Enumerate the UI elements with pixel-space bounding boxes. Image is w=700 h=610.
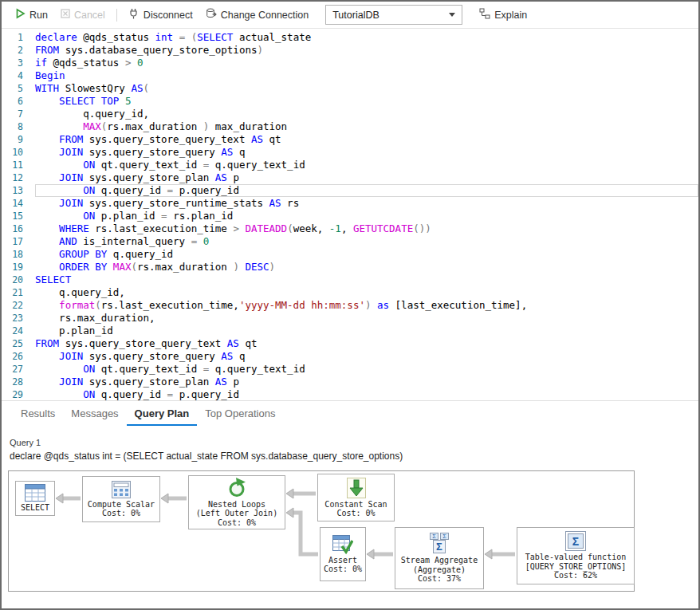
line-number: 4 bbox=[2, 69, 35, 82]
line-number: 11 bbox=[2, 159, 35, 171]
explain-button[interactable]: Explain bbox=[474, 5, 533, 25]
line-number: 1 bbox=[2, 31, 35, 44]
line-number: 20 bbox=[2, 274, 35, 286]
code-text: GROUP BY q.query_id bbox=[35, 248, 698, 261]
line-number: 21 bbox=[2, 286, 35, 299]
nested-loops-icon bbox=[226, 478, 247, 498]
code-line[interactable]: 7 q.query_id, bbox=[2, 108, 698, 120]
database-dropdown[interactable]: TutorialDB bbox=[325, 5, 462, 25]
tab-results[interactable]: Results bbox=[13, 401, 63, 426]
code-line[interactable]: 5WITH SlowestQry AS( bbox=[2, 82, 698, 95]
code-line[interactable]: 9 FROM sys.query_store_query_text AS qt bbox=[2, 133, 698, 146]
plan-node-label: Stream Aggregate bbox=[401, 556, 478, 565]
query-toolbar: Run Cancel Disconnect Change Connection … bbox=[2, 2, 698, 29]
plan-node-table-valued-function[interactable]: ΣTable-valued function[QUERY_STORE_OPTIO… bbox=[517, 527, 635, 584]
plan-header: Query 1 declare @qds_status int = (SELEC… bbox=[2, 426, 698, 462]
code-line[interactable]: 19 ORDER BY MAX(rs.max_duration ) DESC) bbox=[2, 261, 698, 274]
code-line[interactable]: 4Begin bbox=[2, 69, 698, 82]
plan-node-label: Nested Loops bbox=[208, 500, 265, 510]
line-number: 9 bbox=[2, 133, 35, 146]
code-text: FROM sys.query_store_query_text AS qt bbox=[35, 133, 698, 146]
code-line[interactable]: 2FROM sys.database_query_store_options) bbox=[2, 44, 698, 57]
code-text: p.plan_id bbox=[35, 325, 698, 337]
code-text: FROM sys.query_store_query_text AS qt bbox=[35, 337, 698, 350]
disconnect-button[interactable]: Disconnect bbox=[123, 5, 199, 25]
line-number: 16 bbox=[2, 222, 35, 235]
tab-top-operations[interactable]: Top Operations bbox=[197, 401, 283, 426]
plan-query-text: declare @qds_status int = (SELECT actual… bbox=[10, 451, 698, 462]
line-number: 2 bbox=[2, 44, 35, 57]
cancel-button[interactable]: Cancel bbox=[55, 6, 111, 24]
code-text: ON qt.query_text_id = q.query_text_id bbox=[35, 159, 698, 171]
code-line[interactable]: 27 ON qt.query_text_id = q.query_text_id bbox=[2, 363, 698, 376]
plan-node-label: Compute Scalar bbox=[88, 500, 155, 510]
code-line[interactable]: 18 GROUP BY q.query_id bbox=[2, 248, 698, 261]
change-connection-button[interactable]: Change Connection bbox=[200, 5, 315, 25]
plan-node-stream-aggregate[interactable]: ΣΣΣStream Aggregate(Aggregate)Cost: 37% bbox=[395, 527, 484, 589]
line-number: 17 bbox=[2, 235, 35, 248]
line-number: 15 bbox=[2, 210, 35, 222]
line-number: 19 bbox=[2, 261, 35, 274]
line-number: 28 bbox=[2, 376, 35, 388]
code-line[interactable]: 17 AND is_internal_query = 0 bbox=[2, 235, 698, 248]
code-line[interactable]: 11 ON qt.query_text_id = q.query_text_id bbox=[2, 159, 698, 171]
code-line[interactable]: 6 SELECT TOP 5 bbox=[2, 95, 698, 108]
tab-messages[interactable]: Messages bbox=[63, 401, 126, 426]
code-text: MAX(rs.max_duration ) max_duration bbox=[35, 120, 698, 133]
line-number: 13 bbox=[2, 184, 35, 197]
plan-query-label: Query 1 bbox=[10, 438, 698, 447]
code-line[interactable]: 14 JOIN sys.query_store_runtime_stats AS… bbox=[2, 197, 698, 210]
database-dropdown-value: TutorialDB bbox=[332, 10, 449, 21]
code-text: rs.max_duration, bbox=[35, 312, 698, 325]
plan-node-label: Cost: 0% bbox=[324, 565, 362, 574]
code-text: ORDER BY MAX(rs.max_duration ) DESC) bbox=[35, 261, 698, 274]
code-line[interactable]: 25FROM sys.query_store_query_text AS qt bbox=[2, 337, 698, 350]
code-line[interactable]: 29 ON q.query_id = p.query_id bbox=[2, 388, 698, 400]
plan-node-label: (Aggregate) bbox=[413, 565, 466, 575]
plan-node-constant-scan[interactable]: Constant ScanCost: 0% bbox=[317, 474, 395, 521]
code-line[interactable]: 15 ON p.plan_id = rs.plan_id bbox=[2, 210, 698, 222]
code-line[interactable]: 22 format(rs.last_execution_time,'yyyy-M… bbox=[2, 299, 698, 312]
code-line[interactable]: 8 MAX(rs.max_duration ) max_duration bbox=[2, 120, 698, 133]
svg-text:Σ: Σ bbox=[442, 533, 446, 540]
code-line[interactable]: 16 WHERE rs.last_execution_time > DATEAD… bbox=[2, 222, 698, 235]
sql-editor[interactable]: 1declare @qds_status int = (SELECT actua… bbox=[2, 29, 698, 400]
tvf-icon: Σ bbox=[565, 531, 586, 551]
code-text: q.query_id, bbox=[35, 108, 698, 120]
code-line[interactable]: 21 q.query_id, bbox=[2, 286, 698, 299]
plan-node-compute-scalar[interactable]: Compute ScalarCost: 0% bbox=[82, 476, 160, 522]
code-line[interactable]: 20SELECT bbox=[2, 274, 698, 286]
app-window: Run Cancel Disconnect Change Connection … bbox=[0, 0, 700, 610]
plan-node-label: Cost: 0% bbox=[336, 509, 375, 518]
svg-text:Σ: Σ bbox=[432, 533, 436, 540]
code-line[interactable]: 12 JOIN sys.query_store_plan AS p bbox=[2, 171, 698, 184]
code-text: q.query_id, bbox=[35, 286, 698, 299]
editor-lines: 1declare @qds_status int = (SELECT actua… bbox=[2, 31, 698, 400]
plan-node-nested-loops[interactable]: Nested Loops(Left Outer Join)Cost: 0% bbox=[188, 475, 285, 529]
code-line[interactable]: 24 p.plan_id bbox=[2, 325, 698, 337]
code-line[interactable]: 13 ON q.query_id = p.query_id bbox=[2, 184, 698, 197]
code-text: SELECT bbox=[35, 274, 698, 286]
code-line[interactable]: 26 JOIN sys.query_store_query AS q bbox=[2, 350, 698, 363]
compute-scalar-icon bbox=[112, 481, 131, 498]
code-line[interactable]: 23 rs.max_duration, bbox=[2, 312, 698, 325]
line-number: 18 bbox=[2, 248, 35, 261]
line-number: 23 bbox=[2, 312, 35, 325]
plan-node-label: SELECT bbox=[21, 503, 49, 513]
plan-node-label: Cost: 0% bbox=[102, 509, 140, 518]
run-button[interactable]: Run bbox=[10, 5, 53, 25]
code-text: ON q.query_id = p.query_id bbox=[35, 388, 698, 400]
code-line[interactable]: 1declare @qds_status int = (SELECT actua… bbox=[2, 31, 698, 44]
code-line[interactable]: 10 JOIN sys.query_store_query AS q bbox=[2, 146, 698, 159]
code-line[interactable]: 3if @qds_status > 0 bbox=[2, 57, 698, 69]
svg-text:Σ: Σ bbox=[436, 541, 442, 553]
toolbar-divider bbox=[116, 9, 117, 22]
plan-node-select[interactable]: SELECT bbox=[15, 481, 55, 516]
code-text: FROM sys.database_query_store_options) bbox=[35, 44, 698, 57]
plan-node-assert[interactable]: AssertCost: 0% bbox=[320, 527, 366, 581]
code-text: JOIN sys.query_store_runtime_stats AS rs bbox=[35, 197, 698, 210]
code-text: declare @qds_status int = (SELECT actual… bbox=[35, 31, 698, 44]
table-icon bbox=[25, 484, 45, 502]
code-line[interactable]: 28 JOIN sys.query_store_plan AS p bbox=[2, 376, 698, 388]
tab-query-plan[interactable]: Query Plan bbox=[127, 401, 198, 426]
